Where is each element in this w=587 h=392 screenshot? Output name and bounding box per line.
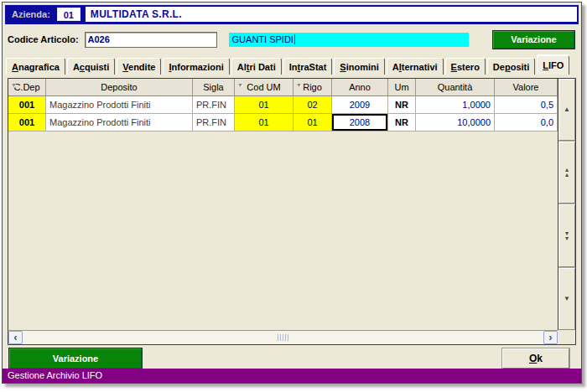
variation-button-top[interactable]: Variazione (493, 31, 574, 49)
vertical-nav-strip: ▲ ▴▴ ▾▾ ▼ (558, 79, 575, 329)
lifo-grid: ▼C.Dep Deposito Sigla ▼Cod UM ▼Rigo Anno… (8, 78, 576, 344)
cell-cdep[interactable]: 001 (8, 96, 46, 114)
company-label: Azienda: (12, 9, 50, 19)
scrollbar-track[interactable] (23, 331, 543, 344)
cell-codum[interactable]: 01 (235, 96, 294, 114)
tab-estero[interactable]: Estero (445, 58, 486, 75)
app-window: Azienda: 01 MULTIDATA S.R.L. Codice Arti… (2, 2, 582, 384)
scrollbar-gripper[interactable] (278, 334, 288, 341)
cell-sigla[interactable]: PR.FIN (193, 114, 235, 132)
status-bar: Gestione Archivio LIFO (3, 369, 581, 383)
col-header-anno[interactable]: Anno (332, 79, 388, 96)
tab-alternativi[interactable]: Alternativi (387, 58, 444, 75)
tab-altri-dati[interactable]: Altri Dati (231, 58, 282, 75)
scroll-left-button[interactable]: ‹ (8, 331, 23, 344)
col-header-sigla[interactable]: Sigla (193, 79, 235, 96)
ok-button[interactable]: Ok (502, 348, 569, 369)
col-header-rigo[interactable]: ▼Rigo (294, 79, 332, 96)
tab-lifo[interactable]: LIFO (537, 55, 569, 75)
titlebar: Azienda: 01 MULTIDATA S.R.L. (5, 5, 579, 24)
cell-um[interactable]: NR (388, 96, 416, 114)
tab-bar: Anagrafica Acquisti Vendite Informazioni… (6, 55, 578, 75)
page-up-button[interactable]: ▴▴ (558, 142, 575, 204)
arrow-left-icon: ‹ (13, 332, 17, 343)
scroll-right-button[interactable]: › (543, 331, 558, 344)
table-row[interactable]: 001 Magazzino Prodotti Finiti PR.FIN 01 … (8, 96, 558, 114)
cell-rigo[interactable]: 02 (294, 96, 332, 114)
article-description-field[interactable]: GUANTI SPIDI (229, 33, 469, 47)
bottom-button-row: Variazione Ok (9, 348, 574, 369)
double-arrow-down-icon: ▾ (565, 236, 569, 241)
page-down-button[interactable]: ▾▾ (558, 204, 575, 266)
arrow-right-icon: › (548, 332, 552, 343)
company-name-field: MULTIDATA S.R.L. (86, 7, 577, 22)
col-header-deposito[interactable]: Deposito (46, 79, 193, 96)
tab-acquisti[interactable]: Acquisti (67, 58, 115, 75)
arrow-down-icon: ▼ (564, 297, 570, 302)
tab-sinomini[interactable]: Sinomini (334, 58, 384, 75)
horizontal-scrollbar[interactable]: ‹ › (8, 330, 558, 344)
filter-icon: ▼ (237, 82, 243, 88)
cell-quantita[interactable]: 1,0000 (416, 96, 495, 114)
double-arrow-up-icon: ▴ (565, 173, 569, 178)
cell-anno[interactable]: 2009 (332, 96, 388, 114)
col-header-codum[interactable]: ▼Cod UM (235, 79, 294, 96)
filter-icon: ▼ (11, 82, 17, 88)
tab-intrastat[interactable]: IntraStat (283, 58, 333, 75)
tab-anagrafica[interactable]: Anagrafica (6, 58, 65, 75)
article-code-label: Codice Articolo: (8, 34, 79, 44)
filter-icon: ▼ (296, 82, 302, 88)
cell-codum[interactable]: 01 (235, 114, 294, 132)
tab-informazioni[interactable]: Informazioni (163, 58, 229, 75)
text-cursor (294, 34, 295, 44)
table-row[interactable]: 001 Magazzino Prodotti Finiti PR.FIN 01 … (8, 114, 558, 132)
cell-sigla[interactable]: PR.FIN (193, 96, 235, 114)
cell-deposito[interactable]: Magazzino Prodotti Finiti (46, 96, 193, 114)
article-description-text: GUANTI SPIDI (232, 33, 294, 47)
scroll-up-button[interactable]: ▲ (558, 79, 575, 141)
tab-vendite[interactable]: Vendite (117, 58, 161, 75)
col-header-um[interactable]: Um (388, 79, 416, 96)
cell-cdep[interactable]: 001 (8, 114, 46, 132)
tab-depositi[interactable]: Depositi (487, 58, 535, 75)
col-header-cdep[interactable]: ▼C.Dep (8, 79, 46, 96)
cell-quantita[interactable]: 10,0000 (416, 114, 495, 132)
cell-rigo[interactable]: 01 (294, 114, 332, 132)
article-code-input[interactable] (85, 32, 217, 48)
cell-valore[interactable]: 0,0 (495, 114, 558, 132)
col-header-valore[interactable]: Valore (495, 79, 558, 96)
grid-header-row: ▼C.Dep Deposito Sigla ▼Cod UM ▼Rigo Anno… (8, 79, 558, 96)
cell-anno-focused[interactable]: 2008 (332, 114, 388, 132)
company-code-field: 01 (57, 8, 81, 21)
variation-button-bottom[interactable]: Variazione (9, 348, 142, 369)
cell-um[interactable]: NR (388, 114, 416, 132)
article-row: Codice Articolo: GUANTI SPIDI Variazione (8, 31, 576, 49)
cell-valore[interactable]: 0,5 (495, 96, 558, 114)
scroll-down-button[interactable]: ▼ (558, 268, 575, 330)
col-header-quantita[interactable]: Quantità (416, 79, 495, 96)
arrow-up-icon: ▲ (564, 107, 570, 112)
grid-table: ▼C.Dep Deposito Sigla ▼Cod UM ▼Rigo Anno… (8, 79, 558, 329)
cell-deposito[interactable]: Magazzino Prodotti Finiti (46, 114, 193, 132)
